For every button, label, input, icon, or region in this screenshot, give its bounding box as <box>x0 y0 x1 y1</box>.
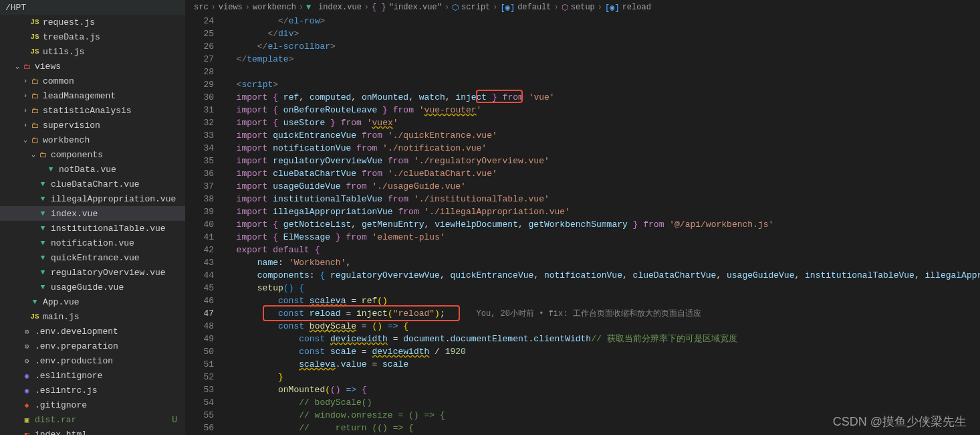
tree-item[interactable]: ▼notData.vue <box>0 162 185 177</box>
tree-item[interactable]: ⚙.env.development <box>0 324 185 339</box>
symbol-icon: [◉] <box>605 3 620 13</box>
tree-item-label: index.vue <box>51 209 98 219</box>
tree-item[interactable]: ›🗀leadManagement <box>0 88 185 103</box>
tree-item[interactable]: ⌄🗀views <box>0 59 185 74</box>
breadcrumb-part[interactable]: reload <box>622 3 651 12</box>
comment: // window.onresize = () => { <box>299 410 445 420</box>
tree-item-label: clueDataChart.vue <box>51 179 140 189</box>
tree-item-label: .gitignore <box>35 400 87 410</box>
tree-item-label: utils.js <box>43 47 84 57</box>
tree-item-label: .env.development <box>35 327 118 337</box>
tree-item[interactable]: ▼quickEntrance.vue <box>0 250 185 265</box>
folder-icon: 🗀 <box>29 76 40 86</box>
tree-item[interactable]: ▼clueDataChart.vue <box>0 177 185 191</box>
tree-item[interactable]: ▼illegalAppropriation.vue <box>0 191 185 206</box>
chevron-right-icon[interactable]: › <box>21 122 29 129</box>
vue-icon: ▼ <box>37 208 48 219</box>
tree-item-label: leadManagement <box>43 91 116 101</box>
tree-item[interactable]: ⌄🗀workbench <box>0 133 185 147</box>
breadcrumb-part[interactable]: index.vue <box>318 3 362 12</box>
tree-item-label: workbench <box>43 135 90 145</box>
chevron-right-icon[interactable]: › <box>21 92 29 100</box>
js-icon: JS <box>29 17 40 27</box>
tree-item-label: supervision <box>43 120 100 130</box>
html-icon: ◧ <box>21 429 32 435</box>
tree-item-label: notData.vue <box>59 165 116 175</box>
git-icon: ◆ <box>21 400 32 410</box>
tree-item-label: .env.production <box>35 356 113 366</box>
vue-icon: ▼ <box>37 179 48 189</box>
eslint-icon: ◉ <box>21 370 32 381</box>
breadcrumb-part[interactable]: default <box>517 3 551 12</box>
chevron-down-icon[interactable]: ⌄ <box>21 136 29 144</box>
tree-item-label: common <box>43 76 74 86</box>
tree-item[interactable]: ▼regulatoryOverview.vue <box>0 265 185 280</box>
vue-icon: ▼ <box>29 296 40 307</box>
tree-item[interactable]: ◆.gitignore <box>0 398 185 412</box>
tree-item-label: main.js <box>43 312 80 322</box>
code-area[interactable]: 2425262728293031323334353637383940414243… <box>186 15 980 435</box>
folder-icon: 🗀 <box>21 61 32 72</box>
tree-item[interactable]: ›🗀statisticAnalysis <box>0 103 185 118</box>
symbol-icon: [◉] <box>501 3 515 13</box>
tree-item[interactable]: ▣dist.rarU <box>0 412 185 427</box>
tree-item-label: views <box>35 62 61 72</box>
tree-item-label: components <box>51 150 103 160</box>
tree-item-label: quickEntrance.vue <box>51 253 140 263</box>
tree-item[interactable]: ›🗀supervision <box>0 118 185 133</box>
tree-item[interactable]: ▼usageGuide.vue <box>0 280 185 294</box>
tree-item-label: index.html <box>35 430 87 436</box>
breadcrumb-part[interactable]: "index.vue" <box>389 3 442 12</box>
tree-item-label: statisticAnalysis <box>43 106 132 116</box>
tree-item[interactable]: ▼index.vue <box>0 206 185 221</box>
tree-item[interactable]: JSutils.js <box>0 44 185 59</box>
watermark: CSDN @摸鱼少侠梁先生 <box>833 414 967 430</box>
tree-item[interactable]: ▼institutionalTable.vue <box>0 221 185 236</box>
env-icon: ⚙ <box>21 326 32 337</box>
js-icon: JS <box>29 46 40 57</box>
project-root[interactable]: /HPT <box>0 0 185 15</box>
tree-item-label: .eslintrc.js <box>35 385 98 396</box>
tree-item[interactable]: ◧index.html <box>0 427 185 435</box>
vue-icon: ▼ <box>37 193 48 204</box>
breadcrumb[interactable]: src › views › workbench › ▼ index.vue › … <box>186 0 980 15</box>
tree-item[interactable]: ▼App.vue <box>0 294 185 309</box>
tree-item[interactable]: JStreeData.js <box>0 29 185 44</box>
folder-icon: 🗀 <box>37 149 48 160</box>
chevron-right-icon[interactable]: › <box>21 107 29 114</box>
chevron-right-icon[interactable]: › <box>21 78 29 85</box>
breadcrumb-part[interactable]: views <box>219 3 243 12</box>
env-icon: ⚙ <box>21 355 32 366</box>
git-status: U <box>172 415 177 425</box>
chevron-down-icon[interactable]: ⌄ <box>13 62 21 70</box>
tree-item[interactable]: ›🗀common <box>0 74 185 88</box>
tree-item-label: regulatoryOverview.vue <box>51 268 166 278</box>
tree-item-label: illegalAppropriation.vue <box>51 194 176 204</box>
tree-item[interactable]: ◉.eslintignore <box>0 368 185 383</box>
tree-item[interactable]: ▼notification.vue <box>0 236 185 250</box>
tree-item-label: treeData.js <box>43 32 100 42</box>
file-explorer[interactable]: /HPT JSrequest.jsJStreeData.jsJSutils.js… <box>0 0 186 435</box>
breadcrumb-part[interactable]: script <box>461 3 490 12</box>
folder-icon: 🗀 <box>29 120 40 130</box>
tree-item-label: institutionalTable.vue <box>51 224 166 234</box>
tree-item[interactable]: ◉.eslintrc.js <box>0 383 185 398</box>
line-gutter: 2425262728293031323334353637383940414243… <box>186 15 226 435</box>
tree-item-label: .eslintignore <box>35 371 102 381</box>
tree-item[interactable]: ⚙.env.preparation <box>0 339 185 353</box>
env-icon: ⚙ <box>21 341 32 351</box>
comment: // bodyScale() <box>299 398 372 408</box>
tree-item[interactable]: JSmain.js <box>0 309 185 324</box>
js-icon: JS <box>29 311 40 322</box>
breadcrumb-part[interactable]: workbench <box>253 3 296 12</box>
tree-item[interactable]: ⚙.env.production <box>0 353 185 368</box>
code-content[interactable]: </el-row> </div> </el-scrollbar> </templ… <box>226 15 980 435</box>
chevron-down-icon[interactable]: ⌄ <box>29 151 37 159</box>
folder-icon: 🗀 <box>29 90 40 101</box>
breadcrumb-part[interactable]: src <box>194 3 209 12</box>
breadcrumb-part[interactable]: setup <box>571 3 595 12</box>
vue-icon: ▼ <box>37 223 48 234</box>
editor-area: src › views › workbench › ▼ index.vue › … <box>186 0 980 435</box>
tree-item[interactable]: JSrequest.js <box>0 15 185 29</box>
tree-item[interactable]: ⌄🗀components <box>0 147 185 162</box>
